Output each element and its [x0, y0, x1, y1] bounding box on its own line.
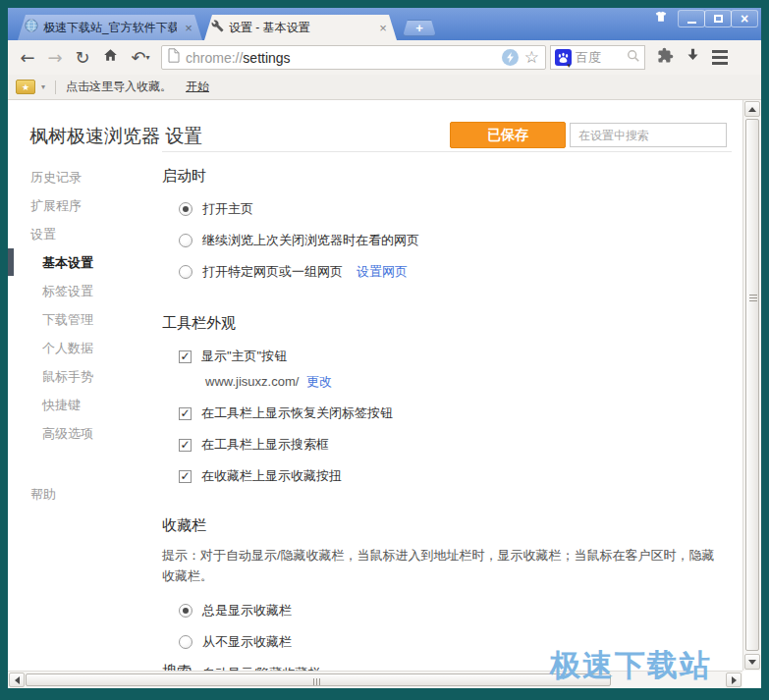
- bookmark-star-button[interactable]: ☆: [524, 49, 539, 66]
- maximize-icon: [714, 15, 723, 23]
- search-icon[interactable]: [627, 49, 640, 67]
- puzzle-icon: [657, 47, 674, 69]
- menu-button[interactable]: [706, 45, 734, 71]
- bookmark-folder-button[interactable]: ★: [16, 80, 35, 94]
- speed-mode-button[interactable]: [502, 49, 519, 66]
- startup-option-specific-pages[interactable]: 打开特定网页或一组网页 设置网页: [179, 263, 730, 281]
- radio-icon[interactable]: [179, 635, 192, 649]
- url-scheme: chrome://: [186, 50, 243, 66]
- checkbox-checked-icon[interactable]: ✓: [179, 350, 192, 363]
- radio-checked-icon[interactable]: [179, 604, 192, 618]
- reload-button[interactable]: ↻: [69, 45, 96, 71]
- sidebar-item-mouse-gestures[interactable]: 鼠标手势: [30, 362, 148, 391]
- page-icon: [168, 48, 180, 67]
- horizontal-scroll-thumb[interactable]: [26, 673, 611, 686]
- minimize-button[interactable]: [678, 10, 705, 27]
- option-label: 继续浏览上次关闭浏览器时在看的网页: [202, 232, 419, 249]
- page-title-suffix: 设置: [165, 126, 202, 146]
- sidebar-item-advanced[interactable]: 高级选项: [30, 419, 148, 448]
- option-label: 总是显示收藏栏: [202, 602, 292, 619]
- startup-option-open-homepage[interactable]: 打开主页: [179, 200, 730, 218]
- checkbox-checked-icon[interactable]: ✓: [179, 407, 192, 420]
- set-pages-link[interactable]: 设置网页: [357, 263, 408, 281]
- radio-icon[interactable]: [179, 265, 192, 279]
- saved-button[interactable]: 已保存: [450, 122, 566, 148]
- chevron-down-icon: ▾: [146, 53, 150, 62]
- chevron-down-icon: ▾: [567, 62, 571, 70]
- close-icon[interactable]: ×: [182, 21, 195, 35]
- tab-jisuxz[interactable]: 极速下载站_官方软件下载 ×: [18, 15, 202, 40]
- vertical-scroll-thumb[interactable]: [745, 119, 759, 651]
- close-icon[interactable]: ×: [376, 21, 390, 35]
- forward-button[interactable]: →: [41, 45, 69, 71]
- globe-icon: [25, 19, 38, 36]
- sidebar-item-help[interactable]: 帮助: [30, 480, 148, 509]
- settings-page: 枫树极速浏览器 设置 已保存 历史记录 扩展程序 设置 基本设置 标签设置 下载…: [8, 100, 761, 688]
- scroll-up-button[interactable]: [744, 101, 760, 117]
- start-import-link[interactable]: 开始: [186, 79, 209, 95]
- tab-label: 设置 - 基本设置: [229, 20, 371, 36]
- star-icon: ★: [22, 82, 29, 92]
- option-label: 打开主页: [202, 200, 253, 218]
- option-show-bookmark-button[interactable]: ✓ 在收藏栏上显示收藏按扭: [179, 467, 730, 485]
- bookmarks-bar-hint: 提示：对于自动显示/隐藏收藏栏，当鼠标进入到地址栏时，显示收藏栏；当鼠标在客户区…: [162, 545, 724, 586]
- baidu-paw-icon[interactable]: ▾: [555, 49, 572, 66]
- skin-theme-button[interactable]: [649, 10, 673, 27]
- option-label: 显示"主页"按钮: [201, 348, 287, 365]
- startup-option-continue-session[interactable]: 继续浏览上次关闭浏览器时在看的网页: [179, 232, 730, 249]
- browser-window: 极速下载站_官方软件下载 × 设置 - 基本设置 × +: [0, 0, 769, 700]
- change-link[interactable]: 更改: [306, 374, 332, 389]
- url-path: settings: [243, 50, 290, 66]
- sidebar-item-basic-settings[interactable]: 基本设置: [30, 248, 148, 277]
- homepage-url-row: www.jisuxz.com/ 更改: [205, 373, 730, 391]
- sidebar-item-extensions[interactable]: 扩展程序: [30, 191, 148, 220]
- back-button[interactable]: ←: [14, 45, 41, 71]
- scroll-left-button[interactable]: [9, 673, 25, 687]
- sidebar-item-settings[interactable]: 设置: [30, 220, 148, 248]
- scroll-down-button[interactable]: [744, 654, 760, 670]
- chevron-down-icon[interactable]: ▾: [41, 82, 45, 91]
- settings-content: 启动时 打开主页 继续浏览上次关闭浏览器时在看的网页 打开特定网页或一组网页 设…: [162, 161, 730, 682]
- home-button[interactable]: [96, 45, 124, 71]
- undo-icon: ↶: [131, 47, 145, 68]
- downloads-button[interactable]: [679, 45, 706, 71]
- option-show-reopen-tab-button[interactable]: ✓ 在工具栏上显示恢复关闭标签按钮: [179, 404, 730, 422]
- option-label: 从不显示收藏栏: [202, 633, 292, 651]
- tab-label: 极速下载站_官方软件下载: [43, 20, 177, 36]
- maximize-button[interactable]: [704, 10, 732, 27]
- undo-button[interactable]: ↶ ▾: [124, 47, 157, 68]
- sidebar-item-history[interactable]: 历史记录: [30, 163, 148, 191]
- sidebar-item-shortcuts[interactable]: 快捷键: [30, 391, 148, 419]
- sidebar-item-personal-data[interactable]: 个人数据: [30, 334, 148, 362]
- toolbar-search-box[interactable]: ▾ 百度: [550, 45, 645, 70]
- wrench-icon: [211, 19, 224, 36]
- checkbox-checked-icon[interactable]: ✓: [179, 439, 192, 452]
- option-show-home-button[interactable]: ✓ 显示"主页"按钮: [179, 348, 730, 365]
- sidebar-item-tab-settings[interactable]: 标签设置: [30, 277, 148, 305]
- window-controls: ×: [649, 10, 758, 27]
- extensions-button[interactable]: [651, 45, 679, 71]
- section-title-startup: 启动时: [162, 167, 730, 186]
- close-window-button[interactable]: ×: [731, 10, 758, 27]
- option-show-search-box[interactable]: ✓ 在工具栏上显示搜索框: [179, 436, 730, 454]
- url-text[interactable]: chrome://settings: [186, 50, 496, 66]
- brand-name: 枫树极速浏览器: [29, 126, 160, 146]
- address-bar[interactable]: chrome://settings ☆: [161, 45, 546, 70]
- checkbox-checked-icon[interactable]: ✓: [179, 470, 192, 483]
- vertical-scrollbar[interactable]: [742, 100, 761, 671]
- sidebar-item-download-manager[interactable]: 下载管理: [30, 305, 148, 334]
- radio-icon[interactable]: [179, 234, 192, 247]
- watermark: 极速下载站: [550, 645, 712, 686]
- option-label: 在工具栏上显示搜索框: [201, 436, 329, 454]
- bookmarks-bar: ★ ▾ 点击这里导入收藏。 开始: [8, 75, 761, 100]
- titlebar[interactable]: 极速下载站_官方软件下载 × 设置 - 基本设置 × +: [8, 8, 761, 40]
- section-title-bookmarks-bar: 收藏栏: [162, 516, 730, 535]
- new-tab-button[interactable]: +: [403, 20, 436, 36]
- radio-checked-icon[interactable]: [179, 202, 192, 216]
- home-icon: [102, 47, 119, 68]
- settings-search-input[interactable]: [570, 123, 727, 147]
- tab-settings[interactable]: 设置 - 基本设置 ×: [204, 15, 397, 40]
- minimize-icon: [687, 22, 696, 24]
- scroll-right-button[interactable]: [726, 673, 742, 687]
- bookmarks-option-always-show[interactable]: 总是显示收藏栏: [179, 602, 730, 619]
